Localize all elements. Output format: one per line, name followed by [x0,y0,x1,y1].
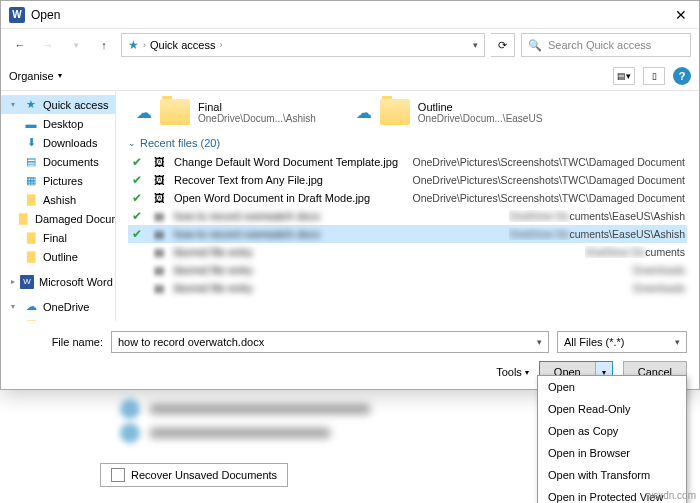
expand-icon[interactable]: ▸ [11,277,15,286]
recent-files-label: Recent files (20) [140,137,220,149]
sidebar-item-label: Documents [43,156,99,168]
frequent-folder-final[interactable]: ☁ Final OneDrive\Docum...\Ashish [136,99,316,125]
file-row[interactable]: ✔ ▤ how to record overwatch docx OneDriv… [128,207,687,225]
cloud-icon: ☁ [24,300,38,314]
open-dropdown-menu: Open Open Read-Only Open as Copy Open in… [537,375,687,503]
path-segment[interactable]: Quick access [150,39,215,51]
file-name: blurred file entry [174,264,253,276]
sidebar-item-documents[interactable]: ▤Documents [1,152,115,171]
image-file-icon: 🖼 [152,155,166,169]
sidebar-item-final[interactable]: ▇Final [1,228,115,247]
sidebar-item-ca[interactable]: ▸▇CA [1,316,115,321]
file-name: blurred file entry [174,246,253,258]
file-name: Change Default Word Document Template.jp… [174,156,398,168]
folder-icon: ▇ [24,193,38,207]
chevron-down-icon: ▾ [525,368,529,377]
file-row[interactable]: ✔ 🖼 Open Word Document in Draft Mode.jpg… [128,189,687,207]
file-list-pane: ☁ Final OneDrive\Docum...\Ashish ☁ Outli… [116,91,699,321]
sync-check-icon: ✔ [130,155,144,169]
desktop-icon: ▬ [24,117,38,131]
file-name: Recover Text from Any File.jpg [174,174,323,186]
watermark: wsxdn.com [646,490,696,501]
address-dropdown-icon[interactable]: ▾ [473,40,478,50]
sidebar-item-label: Quick access [43,99,108,111]
menu-item-open-with-transform[interactable]: Open with Transform [538,464,686,486]
folder-icon: ▇ [24,250,38,264]
cloud-sync-icon: ☁ [356,103,372,122]
frequent-folder-outline[interactable]: ☁ Outline OneDrive\Docum...\EaseUS [356,99,543,125]
nav-forward-button[interactable]: → [37,34,59,56]
chevron-down-icon[interactable]: ▾ [675,337,680,347]
folder-icon: ▇ [24,319,38,322]
file-type-filter[interactable]: All Files (*.*) ▾ [557,331,687,353]
recent-files-header[interactable]: ⌄ Recent files (20) [128,137,687,149]
cloud-sync-icon: ☁ [136,103,152,122]
sidebar-item-onedrive[interactable]: ▾☁OneDrive [1,297,115,316]
file-row[interactable]: ✔ ▤ blurred file entry Downloads [128,279,687,297]
sidebar-item-label: Microsoft Word [39,276,113,288]
sidebar-item-microsoft-word[interactable]: ▸WMicrosoft Word [1,272,115,291]
tools-menu[interactable]: Tools ▾ [496,366,529,378]
folder-name: Final [198,101,316,113]
downloads-icon: ⬇ [24,136,38,150]
file-name: how to record overwatch docx [174,210,320,222]
frequent-folders: ☁ Final OneDrive\Docum...\Ashish ☁ Outli… [136,99,687,125]
sidebar-item-label: Outline [43,251,78,263]
view-options-button[interactable]: ▤▾ [613,67,635,85]
expand-icon[interactable]: ▾ [11,302,19,311]
search-input[interactable]: 🔍 Search Quick access [521,33,691,57]
sidebar-item-pictures[interactable]: ▦Pictures [1,171,115,190]
recover-icon [111,468,125,482]
file-icon: ▤ [152,263,166,277]
sidebar-item-damaged-docum[interactable]: ▇Damaged Docum [1,209,115,228]
file-row[interactable]: ✔ 🖼 Recover Text from Any File.jpg OneDr… [128,171,687,189]
sidebar-item-quick-access[interactable]: ▾★Quick access [1,95,115,114]
menu-item-open-read-only[interactable]: Open Read-Only [538,398,686,420]
file-path: OneDrive\Pictures\Screenshots\TWC\Damage… [412,192,685,204]
sidebar-item-ashish[interactable]: ▇Ashish [1,190,115,209]
preview-pane-button[interactable]: ▯ [643,67,665,85]
menu-item-open-in-browser[interactable]: Open in Browser [538,442,686,464]
file-row[interactable]: ✔ 🖼 Change Default Word Document Templat… [128,153,687,171]
sync-check-icon: ✔ [130,209,144,223]
file-row[interactable]: ✔ ▤ blurred file entry Downloads [128,261,687,279]
expand-icon[interactable]: ▾ [11,100,19,109]
menu-item-open-as-copy[interactable]: Open as Copy [538,420,686,442]
tools-label: Tools [496,366,522,378]
file-name: Open Word Document in Draft Mode.jpg [174,192,370,204]
address-bar[interactable]: ★ › Quick access › ▾ [121,33,485,57]
filename-label: File name: [13,336,103,348]
sidebar-item-label: OneDrive [43,301,89,313]
nav-up-button[interactable]: ↑ [93,34,115,56]
file-path: OneDrive Documents\EaseUS\Ashish [509,210,685,222]
file-path: OneDrive\Pictures\Screenshots\TWC\Damage… [412,174,685,186]
file-path: Downloads [633,264,685,276]
recover-unsaved-button[interactable]: Recover Unsaved Documents [100,463,288,487]
file-row-selected[interactable]: ✔ ▤ how to record overwatch docx OneDriv… [128,225,687,243]
file-path: OneDrive\Pictures\Screenshots\TWC\Damage… [412,156,685,168]
folder-icon: ▇ [16,212,30,226]
toolbar: Organise ▾ ▤▾ ▯ ? [1,61,699,91]
help-button[interactable]: ? [673,67,691,85]
sidebar-item-label: Damaged Docum [35,213,115,225]
sidebar-item-outline[interactable]: ▇Outline [1,247,115,266]
filename-input[interactable]: how to record overwatch.docx ▾ [111,331,549,353]
file-icon: ▤ [152,209,166,223]
file-row[interactable]: ✔ ▤ blurred file entry OneDrive Document… [128,243,687,261]
chevron-down-icon[interactable]: ▾ [537,337,542,347]
organise-menu[interactable]: Organise ▾ [9,70,62,82]
sidebar-item-label: Desktop [43,118,83,130]
chevron-down-icon: ▾ [58,71,62,80]
refresh-button[interactable]: ⟳ [491,33,515,57]
sidebar-item-desktop[interactable]: ▬Desktop [1,114,115,133]
close-button[interactable]: ✕ [671,5,691,25]
menu-item-open[interactable]: Open [538,376,686,398]
folder-icon [160,99,190,125]
file-path: Downloads [633,282,685,294]
sidebar-item-downloads[interactable]: ⬇Downloads [1,133,115,152]
nav-back-button[interactable]: ← [9,34,31,56]
sidebar-item-label: Final [43,232,67,244]
sidebar-item-label: Downloads [43,137,97,149]
nav-recent-dropdown[interactable]: ▾ [65,34,87,56]
file-icon: ▤ [152,281,166,295]
